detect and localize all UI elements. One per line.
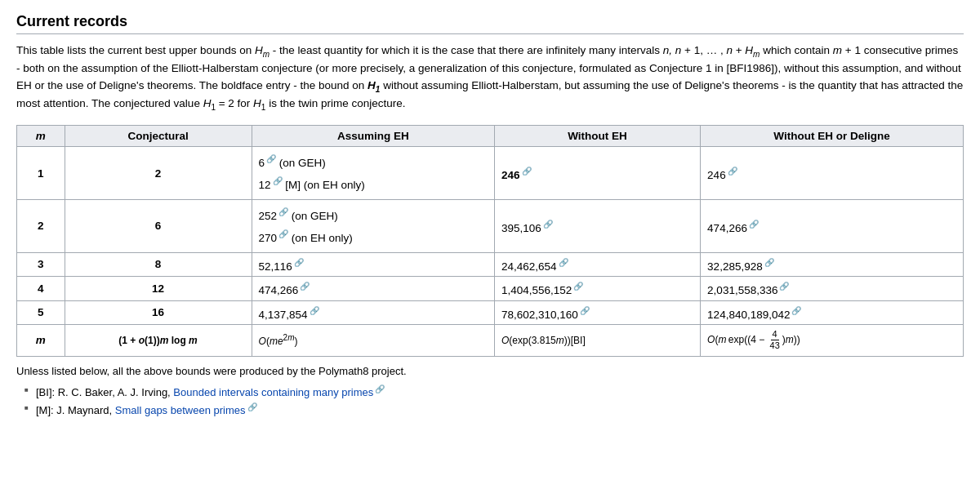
cell-conjectural-footer: (1 + o(1))m log m	[65, 325, 252, 356]
ref-link[interactable]	[779, 281, 789, 291]
ref-link[interactable]	[273, 176, 283, 185]
ref-m-link[interactable]: Small gaps between primes	[115, 404, 246, 416]
ref-bi: [BI]: R. C. Baker, A. J. Irving, Bounded…	[24, 384, 964, 398]
cell-m: 3	[17, 252, 65, 277]
cell-without-eh-footer: O(exp(3.815m))[BI]	[495, 325, 701, 356]
table-row: 5 16 4,137,854 78,602,310,160 124,840,18…	[17, 300, 964, 325]
ref-bi-link[interactable]: Bounded intervals containing many primes	[173, 386, 373, 398]
cell-assuming-eh: 252 (on GEH) 270 (on EH only)	[252, 200, 494, 253]
ref-link[interactable]	[791, 305, 801, 315]
ref-link[interactable]	[749, 219, 759, 229]
ref-m: [M]: J. Maynard, Small gaps between prim…	[24, 402, 964, 416]
cell-without-eh: 24,462,654	[495, 252, 701, 277]
ref-link[interactable]	[266, 153, 276, 163]
cell-m: 5	[17, 300, 65, 325]
table-row: 3 8 52,116 24,462,654 32,285,928	[17, 252, 964, 277]
col-header-conjectural: Conjectural	[65, 126, 252, 147]
cell-without-eh: 78,602,310,160	[495, 300, 701, 325]
cell-without-eh: 246	[495, 147, 701, 200]
col-header-without-eh: Without EH	[495, 126, 701, 147]
col-header-assuming-eh: Assuming EH	[252, 126, 494, 147]
ref-link[interactable]	[573, 281, 583, 291]
ref-m-ext[interactable]	[247, 402, 257, 411]
references: [BI]: R. C. Baker, A. J. Irving, Bounded…	[16, 384, 964, 417]
ref-link[interactable]	[543, 219, 553, 229]
col-header-m: m	[17, 126, 65, 147]
cell-conjectural: 16	[65, 300, 252, 325]
ref-link[interactable]	[300, 281, 310, 291]
cell-m: 2	[17, 200, 65, 253]
cell-without-eh-or-deligne: 474,266	[701, 200, 964, 253]
table-row: 4 12 474,266 1,404,556,152 2,031,558,336	[17, 277, 964, 301]
cell-conjectural: 12	[65, 277, 252, 301]
col-header-without-eh-or-deligne: Without EH or Deligne	[701, 126, 964, 147]
cell-without-eh-or-deligne: 124,840,189,042	[701, 300, 964, 325]
table-row: 1 2 6 (on GEH) 12 [M] (on EH only) 246 2…	[17, 147, 964, 200]
ref-link[interactable]	[559, 257, 568, 267]
table-row-footer: m (1 + o(1))m log m O(me2m) O(exp(3.815m…	[17, 325, 964, 356]
cell-conjectural: 8	[65, 252, 252, 277]
page-title: Current records	[16, 13, 964, 34]
ref-link[interactable]	[764, 257, 774, 267]
cell-without-eh: 1,404,556,152	[495, 277, 701, 301]
ref-link[interactable]	[310, 305, 319, 315]
table-row: 2 6 252 (on GEH) 270 (on EH only) 395,10…	[17, 200, 964, 253]
cell-m-footer: m	[17, 325, 65, 356]
ref-link[interactable]	[580, 305, 590, 315]
cell-without-eh-or-deligne-footer: O(m exp((4 − 443)m))	[701, 325, 964, 356]
ref-bi-ext[interactable]	[375, 384, 385, 394]
cell-conjectural: 6	[65, 200, 252, 253]
cell-conjectural: 2	[65, 147, 252, 200]
cell-without-eh-or-deligne: 32,285,928	[701, 252, 964, 277]
ref-link[interactable]	[278, 207, 288, 216]
cell-m: 1	[17, 147, 65, 200]
note-text: Unless listed below, all the above bound…	[16, 365, 964, 377]
ref-link[interactable]	[294, 257, 304, 267]
ref-link[interactable]	[728, 166, 737, 176]
ref-link[interactable]	[278, 229, 288, 238]
ref-link[interactable]	[522, 166, 532, 176]
cell-without-eh: 395,106	[495, 200, 701, 253]
cell-without-eh-or-deligne: 246	[701, 147, 964, 200]
cell-without-eh-or-deligne: 2,031,558,336	[701, 277, 964, 301]
cell-assuming-eh: 474,266	[252, 277, 494, 301]
cell-assuming-eh: 4,137,854	[252, 300, 494, 325]
cell-assuming-eh: 6 (on GEH) 12 [M] (on EH only)	[252, 147, 494, 200]
cell-m: 4	[17, 277, 65, 301]
cell-assuming-eh-footer: O(me2m)	[252, 325, 494, 356]
intro-text: This table lists the current best upper …	[16, 42, 964, 113]
cell-assuming-eh: 52,116	[252, 252, 494, 277]
records-table: m Conjectural Assuming EH Without EH Wit…	[16, 125, 964, 356]
